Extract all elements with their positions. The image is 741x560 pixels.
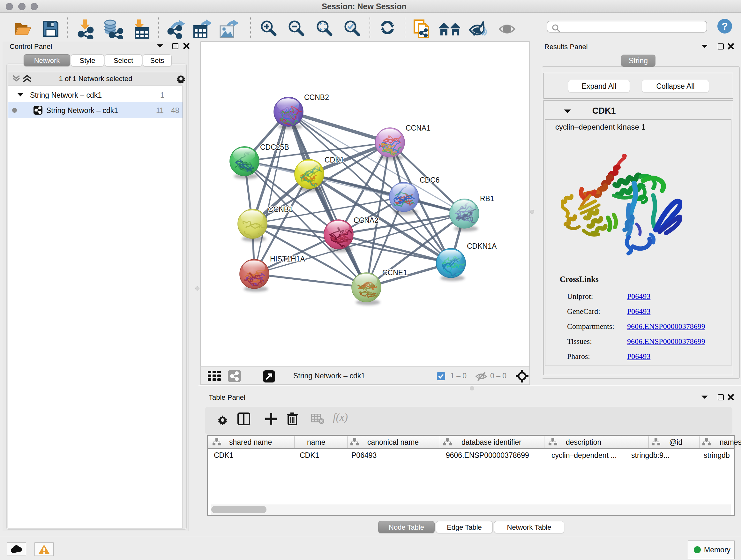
svg-text:?: ? bbox=[722, 20, 728, 32]
svg-text:CCNB1: CCNB1 bbox=[268, 205, 293, 213]
svg-text:RB1: RB1 bbox=[480, 194, 494, 203]
svg-text:CCNB2: CCNB2 bbox=[304, 93, 329, 102]
svg-text:CDK1: CDK1 bbox=[325, 156, 344, 164]
svg-text:CDC6: CDC6 bbox=[420, 176, 440, 184]
svg-text:HIST1H1A: HIST1H1A bbox=[270, 255, 306, 263]
svg-text:CDKN1A: CDKN1A bbox=[467, 242, 497, 250]
svg-text:CCNA1: CCNA1 bbox=[406, 124, 430, 132]
svg-text:CCNA2: CCNA2 bbox=[354, 216, 379, 225]
svg-text:CDC25B: CDC25B bbox=[260, 143, 289, 151]
svg-text:CCNE1: CCNE1 bbox=[382, 268, 407, 277]
